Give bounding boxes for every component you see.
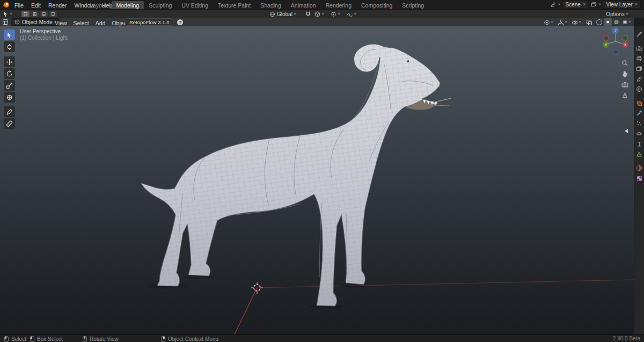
tool-scale[interactable]	[4, 80, 15, 91]
active-tool-icon	[4, 12, 7, 17]
constraints-icon	[638, 142, 641, 145]
menu-view[interactable]: View	[52, 19, 70, 27]
shading-chevron-icon[interactable]: ▾	[629, 20, 631, 24]
tool-transform[interactable]	[4, 92, 15, 103]
perspective-icon	[623, 93, 627, 98]
tool-move[interactable]	[4, 56, 15, 67]
tool-settings-bar: ▾ □ ⊞ ⊟ ⊡ Global ▾ ▾ ▾ ▾ Options ▾	[0, 9, 644, 18]
collection-overlay: (1) Collection | Light	[20, 35, 68, 41]
modifier-wrench-icon	[637, 111, 642, 115]
properties-tab-view-layer[interactable]	[635, 65, 643, 72]
tool-tweak-select[interactable]	[4, 30, 15, 40]
snap-target-dropdown[interactable]: ▾	[314, 10, 324, 18]
editor-type-button[interactable]	[2, 19, 9, 25]
overlays-toggle[interactable]	[571, 19, 578, 26]
menu-add[interactable]: Add	[92, 19, 109, 27]
proportional-edit-dropdown[interactable]: ▾	[331, 10, 340, 18]
particles-icon	[637, 121, 641, 126]
shading-solid-button[interactable]: ●	[604, 18, 612, 26]
perspective-toggle-button[interactable]	[621, 91, 629, 99]
select-mode-set-button[interactable]: □	[21, 11, 30, 17]
snap-chevron-icon: ▾	[322, 12, 324, 16]
properties-tab-object-data[interactable]	[635, 150, 643, 158]
scene-browse-chevron-icon[interactable]: ▾	[558, 3, 560, 6]
scene-unlink-icon[interactable]: ×	[583, 2, 586, 7]
tool-measure[interactable]	[4, 118, 15, 129]
transform-icon	[6, 94, 13, 101]
properties-tab-constraints[interactable]	[635, 140, 643, 148]
hand-icon	[623, 71, 627, 77]
falloff-chevron-icon: ▾	[354, 12, 356, 16]
properties-tab-world[interactable]	[635, 85, 643, 93]
scene-selector[interactable]: Scene×	[562, 1, 589, 9]
printer-icon	[637, 56, 641, 61]
shading-wireframe-button[interactable]: ◯	[595, 18, 603, 26]
move-arrows-icon	[6, 59, 13, 66]
properties-tab-tool[interactable]	[635, 31, 643, 38]
axis-z-negative[interactable]	[613, 49, 618, 55]
properties-tab-object[interactable]	[635, 99, 643, 107]
tool-rotate[interactable]	[4, 68, 15, 79]
properties-tab-scene[interactable]	[635, 75, 643, 83]
tool-cursor[interactable]	[4, 41, 15, 52]
xray-icon	[587, 20, 591, 25]
axis-x-negative[interactable]	[603, 35, 609, 41]
view-layer-unlink-icon[interactable]: ×	[635, 2, 638, 7]
properties-tab-material[interactable]	[635, 164, 643, 172]
retopoflow-button[interactable]: RetopoFlow 3.1.0	[125, 18, 174, 26]
right-mouse-icon	[161, 336, 165, 342]
sidebar-collapse-arrow[interactable]	[625, 129, 628, 133]
view-name-overlay: User Perspective	[20, 28, 61, 34]
proportional-edit-icon	[332, 12, 335, 16]
viewport-menus: ViewSelectAddObject	[52, 18, 131, 27]
properties-tab-render[interactable]	[635, 45, 643, 52]
svg-text:Y: Y	[605, 43, 608, 47]
scene-icon[interactable]	[550, 2, 556, 8]
middle-mouse-icon	[83, 336, 87, 342]
tool-annotate[interactable]	[4, 106, 15, 117]
properties-tab-particles[interactable]	[635, 120, 643, 127]
object-square-icon	[637, 101, 641, 105]
properties-tab-texture[interactable]	[635, 174, 643, 182]
gizmos-chevron-icon[interactable]: ▾	[565, 20, 567, 24]
gizmos-toggle[interactable]	[557, 19, 564, 26]
menu-select[interactable]: Select	[70, 19, 92, 27]
snap-toggle-button[interactable]	[305, 10, 311, 18]
visibility-chevron-icon[interactable]: ▾	[551, 20, 553, 24]
camera-view-button[interactable]	[621, 81, 629, 89]
pan-button[interactable]	[621, 70, 629, 78]
xray-toggle[interactable]	[586, 19, 592, 26]
overlays-chevron-icon[interactable]: ▾	[579, 20, 581, 24]
properties-tab-output[interactable]	[635, 55, 643, 62]
select-mode-intersect-button[interactable]: ⊡	[49, 11, 57, 17]
retopoflow-help-icon[interactable]: ?	[177, 19, 183, 25]
transform-orientation-dropdown[interactable]: Global ▾	[269, 10, 296, 18]
active-tool-dropdown[interactable]: ▾	[2, 10, 12, 18]
zoom-button[interactable]	[621, 59, 629, 67]
select-mode-subtract-button[interactable]: ⊟	[40, 11, 48, 17]
view-layer-browse-chevron-icon[interactable]: ▾	[599, 3, 601, 6]
object-mode-icon	[15, 20, 19, 24]
select-mode-extend-button[interactable]: ⊞	[31, 11, 39, 17]
layers-icon	[637, 67, 642, 71]
blender-logo-icon[interactable]	[3, 1, 10, 8]
navigation-gizmo[interactable]: Z X Y	[599, 25, 632, 58]
magnifier-icon	[623, 61, 627, 66]
3d-viewport[interactable]	[0, 26, 634, 334]
options-dropdown[interactable]: Options ▾	[606, 10, 628, 18]
viewport-header: Object Mode ▾ ViewSelectAddObject Retopo…	[0, 18, 634, 26]
cursor-crosshair-icon	[6, 43, 13, 50]
left-mouse-drag-icon	[30, 336, 34, 342]
falloff-dropdown[interactable]: ▾	[347, 10, 356, 18]
properties-tab-physics[interactable]	[635, 130, 643, 137]
camera-icon	[622, 82, 628, 87]
object-visibility-dropdown[interactable]	[543, 19, 550, 26]
axis-y-negative[interactable]	[623, 35, 628, 41]
hint-select: Select	[4, 336, 26, 342]
top-menu-bar: FileEditRenderWindowHelp LayoutModelingS…	[0, 0, 644, 9]
view-layer-icon[interactable]	[591, 2, 597, 8]
view-layer-selector[interactable]: View Layer×	[603, 1, 641, 9]
shading-rendered-button[interactable]: ◉	[621, 18, 629, 26]
properties-tab-modifiers[interactable]	[635, 110, 643, 117]
shading-material-button[interactable]: ◍	[612, 18, 620, 26]
